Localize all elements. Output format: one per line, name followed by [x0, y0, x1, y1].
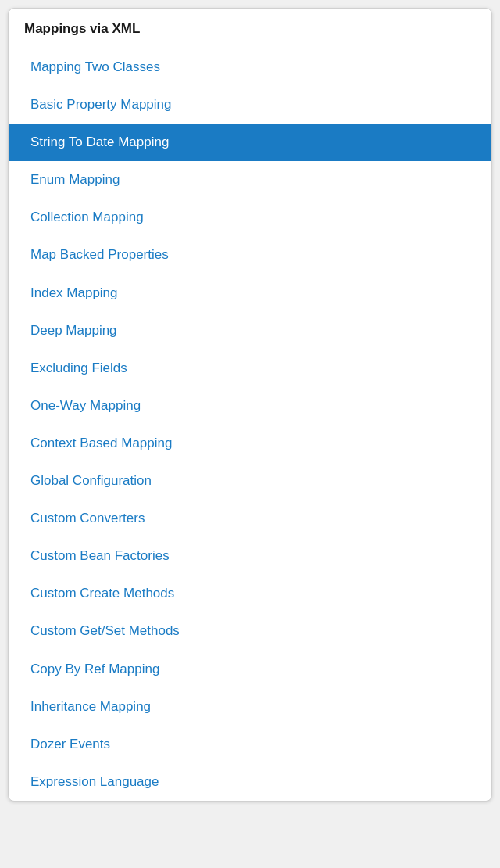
sidebar-item-copy-by-ref-mapping[interactable]: Copy By Ref Mapping: [9, 651, 491, 688]
sidebar-item-expression-language[interactable]: Expression Language: [9, 763, 491, 801]
sidebar-item-one-way-mapping[interactable]: One-Way Mapping: [9, 387, 491, 425]
sidebar-item-custom-converters[interactable]: Custom Converters: [9, 500, 491, 537]
sidebar-item-string-to-date-mapping[interactable]: String To Date Mapping: [9, 124, 491, 161]
sidebar-item-excluding-fields[interactable]: Excluding Fields: [9, 350, 491, 387]
sidebar-item-map-backed-properties[interactable]: Map Backed Properties: [9, 236, 491, 274]
sidebar-item-mapping-two-classes[interactable]: Mapping Two Classes: [9, 48, 491, 86]
sidebar-container: Mappings via XML Mapping Two ClassesBasi…: [8, 8, 492, 802]
sidebar-item-index-mapping[interactable]: Index Mapping: [9, 274, 491, 312]
sidebar-item-custom-bean-factories[interactable]: Custom Bean Factories: [9, 537, 491, 575]
sidebar-item-deep-mapping[interactable]: Deep Mapping: [9, 312, 491, 350]
sidebar-item-inheritance-mapping[interactable]: Inheritance Mapping: [9, 688, 491, 726]
sidebar-item-global-configuration[interactable]: Global Configuration: [9, 462, 491, 500]
sidebar-item-dozer-events[interactable]: Dozer Events: [9, 726, 491, 763]
sidebar-item-custom-create-methods[interactable]: Custom Create Methods: [9, 575, 491, 612]
sidebar-item-basic-property-mapping[interactable]: Basic Property Mapping: [9, 86, 491, 124]
sidebar-header: Mappings via XML: [9, 9, 491, 48]
sidebar-list: Mapping Two ClassesBasic Property Mappin…: [9, 48, 491, 801]
sidebar-item-custom-get-set-methods[interactable]: Custom Get/Set Methods: [9, 612, 491, 650]
sidebar-item-collection-mapping[interactable]: Collection Mapping: [9, 199, 491, 236]
sidebar-item-enum-mapping[interactable]: Enum Mapping: [9, 161, 491, 199]
sidebar-item-context-based-mapping[interactable]: Context Based Mapping: [9, 425, 491, 462]
